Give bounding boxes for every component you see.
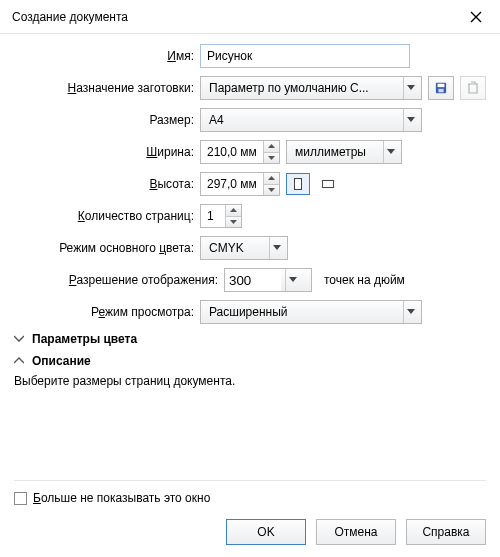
dialog-footer: Больше не показывать это окно OK Отмена … bbox=[0, 472, 500, 557]
chevron-down-icon bbox=[403, 301, 417, 323]
chevron-down-icon bbox=[403, 109, 417, 131]
resolution-units-label: точек на дюйм bbox=[324, 273, 405, 287]
label-name: Имя: bbox=[14, 49, 200, 63]
save-icon bbox=[435, 81, 447, 95]
close-icon bbox=[470, 11, 482, 23]
spin-down[interactable] bbox=[264, 153, 279, 164]
label-preset: Назначение заготовки: bbox=[14, 81, 200, 95]
svg-rect-1 bbox=[438, 84, 445, 87]
window-title: Создание документа bbox=[12, 10, 456, 24]
label-size: Размер: bbox=[14, 113, 200, 127]
width-value[interactable] bbox=[201, 141, 263, 163]
close-button[interactable] bbox=[456, 3, 496, 31]
dont-show-checkbox[interactable] bbox=[14, 492, 27, 505]
dialog-content: Имя: Назначение заготовки: Параметр по у… bbox=[0, 34, 500, 402]
description-text: Выберите размеры страниц документа. bbox=[14, 374, 486, 388]
cancel-button[interactable]: Отмена bbox=[316, 519, 396, 545]
spin-up[interactable] bbox=[226, 205, 241, 217]
width-spin[interactable] bbox=[200, 140, 280, 164]
name-input[interactable] bbox=[200, 44, 410, 68]
chevron-down-icon bbox=[383, 141, 397, 163]
preset-combo[interactable]: Параметр по умолчанию C... bbox=[200, 76, 422, 100]
titlebar: Создание документа bbox=[0, 0, 500, 34]
height-value[interactable] bbox=[201, 173, 263, 195]
section-color-params[interactable]: Параметры цвета bbox=[14, 332, 486, 346]
chevron-down-icon bbox=[269, 237, 283, 259]
ok-button[interactable]: OK bbox=[226, 519, 306, 545]
resolution-value[interactable] bbox=[225, 269, 281, 291]
save-preset-button[interactable] bbox=[428, 76, 454, 100]
spin-up[interactable] bbox=[264, 173, 279, 185]
height-spin[interactable] bbox=[200, 172, 280, 196]
delete-preset-button[interactable] bbox=[460, 76, 486, 100]
label-height: Высота: bbox=[14, 177, 200, 191]
chevron-down-icon bbox=[285, 269, 299, 291]
label-colormode: Режим основного цвета: bbox=[14, 241, 200, 255]
label-viewmode: Режим просмотра: bbox=[14, 305, 200, 319]
chevron-down-icon bbox=[403, 77, 417, 99]
help-button[interactable]: Справка bbox=[406, 519, 486, 545]
svg-rect-2 bbox=[438, 89, 443, 92]
label-pages: Количество страниц: bbox=[14, 209, 200, 223]
size-combo[interactable]: A4 bbox=[200, 108, 422, 132]
spin-down[interactable] bbox=[264, 185, 279, 196]
colormode-combo[interactable]: CMYK bbox=[200, 236, 288, 260]
section-description[interactable]: Описание bbox=[14, 354, 486, 368]
units-combo[interactable]: миллиметры bbox=[286, 140, 402, 164]
viewmode-combo[interactable]: Расширенный bbox=[200, 300, 422, 324]
label-resolution: Разрешение отображения: bbox=[14, 273, 224, 287]
pages-value[interactable] bbox=[201, 205, 225, 227]
trash-icon bbox=[467, 81, 479, 95]
label-width: Ширина: bbox=[14, 145, 200, 159]
resolution-combo[interactable] bbox=[224, 268, 312, 292]
spin-down[interactable] bbox=[226, 217, 241, 228]
pages-spin[interactable] bbox=[200, 204, 242, 228]
orientation-portrait[interactable] bbox=[286, 173, 310, 195]
chevron-up-icon bbox=[14, 354, 26, 368]
orientation-landscape[interactable] bbox=[316, 173, 340, 195]
spin-up[interactable] bbox=[264, 141, 279, 153]
chevron-down-icon bbox=[14, 332, 26, 346]
dont-show-label: Больше не показывать это окно bbox=[33, 491, 210, 505]
